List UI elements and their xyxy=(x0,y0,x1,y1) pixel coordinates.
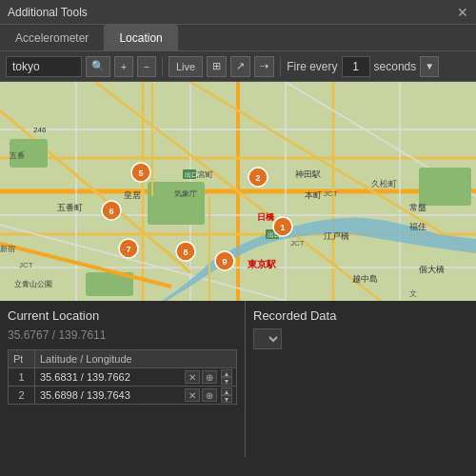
svg-text:五番: 五番 xyxy=(10,151,25,160)
svg-text:五番町: 五番町 xyxy=(57,203,83,212)
pt-header: Pt xyxy=(9,350,35,367)
map-svg: 五番町 皇居 気象庁 日橋 東京駅 本町 江戸橋 久松町 常盤 福住 越中島 J… xyxy=(0,82,476,301)
svg-text:久松町: 久松町 xyxy=(371,179,397,188)
window-title: Additional Tools xyxy=(8,6,88,19)
svg-text:8: 8 xyxy=(183,248,188,257)
svg-text:本町: 本町 xyxy=(305,190,322,200)
seconds-dropdown-button[interactable]: ▼ xyxy=(420,56,439,77)
svg-text:気象庁: 気象庁 xyxy=(174,189,197,198)
toolbar: 🔍 + − Live ⊞ ↗ ⇢ Fire every seconds ▼ xyxy=(0,51,476,82)
row-actions: ✕ ⊕ ▲ ▼ xyxy=(185,387,236,403)
table-row: 2 35.6898 / 139.7643 ✕ ⊕ ▲ ▼ xyxy=(8,386,237,405)
bottom-panel: Current Location 35.6767 / 139.7611 Pt L… xyxy=(0,301,476,457)
route-button[interactable]: ⇢ xyxy=(254,56,274,77)
svg-text:6: 6 xyxy=(109,207,113,216)
zoom-in-button[interactable]: + xyxy=(114,56,133,77)
zoom-out-button[interactable]: − xyxy=(137,56,156,77)
svg-text:JCT: JCT xyxy=(324,189,338,198)
row-spinner: ▲ ▼ xyxy=(221,387,232,403)
spin-up-button[interactable]: ▲ xyxy=(221,387,232,395)
search-button[interactable]: 🔍 xyxy=(86,56,110,77)
seconds-label: seconds xyxy=(374,60,417,73)
svg-text:新宿: 新宿 xyxy=(0,245,15,253)
svg-text:1: 1 xyxy=(280,223,285,232)
right-panel: Recorded Data xyxy=(246,301,476,457)
target-row-button[interactable]: ⊕ xyxy=(202,370,217,384)
svg-text:個大橋: 個大橋 xyxy=(419,265,445,274)
table-header: Pt Latitude / Longitude xyxy=(8,349,237,367)
latlong-header: Latitude / Longitude xyxy=(35,350,236,367)
svg-rect-19 xyxy=(148,182,205,225)
target-row-button[interactable]: ⊕ xyxy=(202,388,217,402)
nav-button[interactable]: ↗ xyxy=(230,56,250,77)
tab-location[interactable]: Location xyxy=(104,25,177,50)
svg-text:文: 文 xyxy=(409,289,417,298)
spin-up-button[interactable]: ▲ xyxy=(221,369,232,377)
search-input[interactable] xyxy=(6,56,82,77)
svg-text:246: 246 xyxy=(33,126,47,134)
current-location-title: Current Location xyxy=(8,308,237,323)
live-button[interactable]: Live xyxy=(169,56,203,77)
svg-text:5: 5 xyxy=(138,169,143,178)
close-button[interactable]: ✕ xyxy=(457,6,468,19)
left-panel: Current Location 35.6767 / 139.7611 Pt L… xyxy=(0,301,246,457)
latlong-cell: 35.6898 / 139.7643 xyxy=(35,387,185,404)
grid-button[interactable]: ⊞ xyxy=(207,56,227,77)
separator-2 xyxy=(280,57,281,76)
svg-text:江戸橋: 江戸橋 xyxy=(324,231,349,241)
svg-text:2: 2 xyxy=(255,173,260,183)
svg-text:皇居: 皇居 xyxy=(124,190,141,200)
map-container[interactable]: 五番町 皇居 気象庁 日橋 東京駅 本町 江戸橋 久松町 常盤 福住 越中島 J… xyxy=(0,82,476,301)
row-actions: ✕ ⊕ ▲ ▼ xyxy=(185,369,236,385)
pt-cell: 1 xyxy=(9,368,35,386)
latlong-cell: 35.6831 / 139.7662 xyxy=(35,368,185,386)
svg-text:9: 9 xyxy=(222,257,227,267)
svg-text:日橋: 日橋 xyxy=(257,212,275,222)
spin-down-button[interactable]: ▼ xyxy=(221,395,232,403)
location-coordinates: 35.6767 / 139.7611 xyxy=(8,328,237,342)
svg-text:立青山公園: 立青山公園 xyxy=(14,280,52,288)
delete-row-button[interactable]: ✕ xyxy=(185,388,200,402)
svg-text:福住: 福住 xyxy=(409,222,426,231)
svg-text:出口: 出口 xyxy=(185,171,198,178)
svg-text:JCT: JCT xyxy=(290,239,305,248)
title-bar: Additional Tools ✕ xyxy=(0,0,476,25)
tabs-container: Accelerometer Location xyxy=(0,25,476,51)
pt-cell: 2 xyxy=(9,387,35,404)
svg-text:JCT: JCT xyxy=(19,261,33,269)
separator-1 xyxy=(162,57,163,76)
fire-every-label: Fire every xyxy=(287,60,337,73)
svg-text:7: 7 xyxy=(126,245,130,254)
tab-accelerometer[interactable]: Accelerometer xyxy=(0,25,104,50)
fire-every-input[interactable] xyxy=(342,56,370,77)
svg-text:神田駅: 神田駅 xyxy=(295,169,321,179)
row-spinner: ▲ ▼ xyxy=(221,369,232,385)
svg-text:越中島: 越中島 xyxy=(352,274,378,284)
recorded-data-dropdown[interactable] xyxy=(253,328,282,349)
svg-text:常盤: 常盤 xyxy=(409,203,426,212)
recorded-data-title: Recorded Data xyxy=(253,308,468,323)
spin-down-button[interactable]: ▼ xyxy=(221,377,232,385)
svg-rect-21 xyxy=(419,168,471,206)
table-row: 1 35.6831 / 139.7662 ✕ ⊕ ▲ ▼ xyxy=(8,367,237,386)
delete-row-button[interactable]: ✕ xyxy=(185,370,200,384)
svg-text:東京駅: 東京駅 xyxy=(248,259,277,269)
